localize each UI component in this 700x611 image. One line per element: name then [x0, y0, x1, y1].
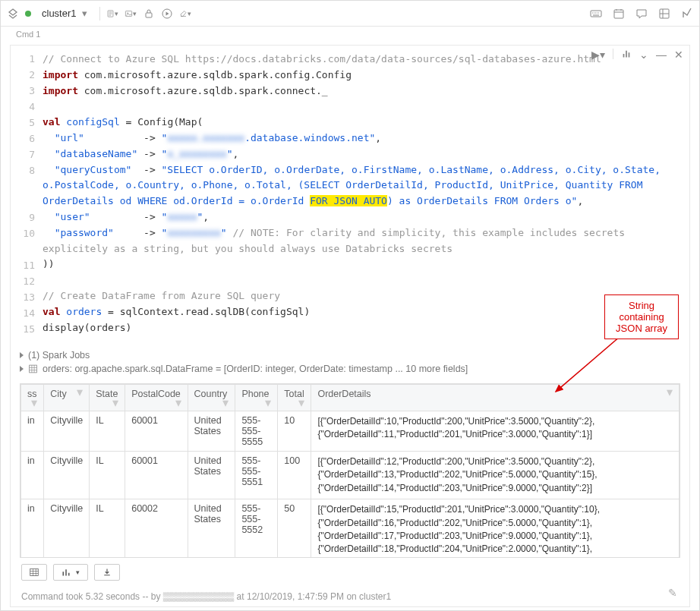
minimize-icon[interactable]: — — [656, 49, 667, 61]
cell-OrderDetails: [{"OrderDetailId":12,"ProductId":200,"Un… — [311, 452, 680, 499]
svg-rect-3 — [146, 13, 152, 17]
table-body: inCityvilleIL60001United States555-555-5… — [21, 411, 680, 559]
cell-City: Cityville — [44, 499, 90, 558]
cell-ss: in — [21, 411, 44, 452]
results-table-wrap[interactable]: ss▾City▾State▾PostalCode▾Country▾Phone▾T… — [20, 383, 680, 558]
col-Phone[interactable]: Phone▾ — [235, 385, 278, 411]
cell-City: Cityville — [44, 452, 90, 499]
clear-icon[interactable]: ▾ — [179, 8, 191, 20]
result-toolbar: ▾ — [11, 558, 689, 587]
cell-OrderDetails: [{"OrderDetailId":10,"ProductId":200,"Un… — [311, 411, 680, 452]
svg-rect-6 — [614, 10, 623, 18]
annotation-callout: StringcontainingJSON array — [604, 294, 679, 339]
table-row: inCityvilleIL60002United States555-555-5… — [21, 499, 680, 558]
attached-icon[interactable] — [7, 8, 19, 20]
table-row: inCityvilleIL60001United States555-555-5… — [21, 452, 680, 499]
cell-Country: United States — [188, 452, 235, 499]
grid-icon — [28, 364, 38, 374]
status-dot-green-icon — [25, 11, 31, 17]
cell-ss: in — [21, 499, 44, 558]
image-icon[interactable]: ▾ — [125, 8, 137, 20]
mlflow-icon[interactable] — [681, 8, 693, 20]
table-header-row: ss▾City▾State▾PostalCode▾Country▾Phone▾T… — [21, 385, 680, 411]
edit-icon[interactable]: ✎ — [668, 587, 677, 599]
cluster-selector[interactable]: cluster1 ▾ — [37, 6, 93, 21]
cell-PostalCode: 60001 — [125, 452, 188, 499]
close-icon[interactable]: ✕ — [674, 49, 683, 61]
file-icon[interactable]: ▾ — [106, 8, 118, 20]
callout-text: StringcontainingJSON array — [616, 300, 667, 334]
results-table: ss▾City▾State▾PostalCode▾Country▾Phone▾T… — [20, 384, 680, 558]
schedule-icon[interactable] — [613, 8, 625, 20]
lock-icon[interactable] — [143, 8, 155, 20]
cell-State: IL — [90, 411, 125, 452]
run-cell-icon[interactable]: ▶▾ — [591, 49, 605, 61]
chart-view-button[interactable]: ▾ — [53, 564, 88, 581]
code-cell: ▶▾ ⌄ — ✕ 123456789101112131415 // Connec… — [10, 45, 690, 607]
col-Total[interactable]: Total▾ — [278, 385, 311, 411]
col-State[interactable]: State▾ — [90, 385, 125, 411]
expand-icon — [20, 352, 24, 358]
command-label: Cmd 1 — [1, 27, 699, 42]
schema-toggle[interactable]: orders: org.apache.spark.sql.DataFrame =… — [20, 362, 680, 376]
col-ss[interactable]: ss▾ — [21, 385, 44, 411]
cell-Phone: 555-555-5555 — [235, 411, 278, 452]
revision-icon[interactable] — [658, 8, 670, 20]
cell-Total: 100 — [278, 452, 311, 499]
col-City[interactable]: City▾ — [44, 385, 90, 411]
code-content: // Connect to Azure SQL https://docs.dat… — [43, 52, 683, 338]
results-area: (1) Spark Jobs orders: org.apache.spark.… — [11, 344, 689, 380]
run-all-icon[interactable] — [161, 8, 173, 20]
svg-rect-5 — [591, 11, 601, 17]
separator — [613, 49, 613, 59]
cell-State: IL — [90, 452, 125, 499]
cell-toolbar: ▶▾ ⌄ — ✕ — [591, 49, 683, 61]
table-view-button[interactable] — [21, 564, 47, 581]
expand-icon — [20, 366, 24, 372]
comments-icon[interactable] — [635, 8, 648, 20]
col-Country[interactable]: Country▾ — [188, 385, 235, 411]
spark-jobs-toggle[interactable]: (1) Spark Jobs — [20, 348, 680, 362]
cell-ss: in — [21, 452, 44, 499]
keyboard-icon[interactable] — [590, 8, 602, 20]
topbar-right — [590, 8, 693, 20]
table-row: inCityvilleIL60001United States555-555-5… — [21, 411, 680, 452]
chevron-down-icon: ▾ — [81, 8, 89, 20]
cell-OrderDetails: [{"OrderDetailId":15,"ProductId":201,"Un… — [311, 499, 680, 558]
cell-PostalCode: 60002 — [125, 499, 188, 558]
cell-Total: 50 — [278, 499, 311, 558]
collapse-icon[interactable]: ⌄ — [639, 49, 648, 61]
cell-Total: 10 — [278, 411, 311, 452]
cell-PostalCode: 60001 — [125, 411, 188, 452]
cell-City: Cityville — [44, 411, 90, 452]
svg-rect-8 — [30, 365, 37, 373]
chart-icon[interactable] — [621, 49, 632, 61]
col-OrderDetails[interactable]: OrderDetails▾ — [311, 385, 680, 411]
code-editor[interactable]: 123456789101112131415 // Connect to Azur… — [11, 46, 689, 344]
separator — [99, 7, 100, 20]
topbar: cluster1 ▾ ▾ ▾ ▾ — [1, 1, 699, 27]
cell-State: IL — [90, 499, 125, 558]
download-button[interactable] — [94, 564, 120, 581]
cell-Phone: 555-555-5552 — [235, 499, 278, 558]
svg-rect-9 — [30, 569, 39, 576]
cell-Country: United States — [188, 411, 235, 452]
line-gutter: 123456789101112131415 — [11, 52, 43, 338]
spark-jobs-label: (1) Spark Jobs — [28, 350, 90, 361]
topbar-left: cluster1 ▾ ▾ ▾ ▾ — [7, 6, 191, 21]
cell-Country: United States — [188, 499, 235, 558]
command-status: Command took 5.32 seconds -- by ▒▒▒▒▒▒▒▒… — [11, 587, 689, 606]
schema-label: orders: org.apache.spark.sql.DataFrame =… — [43, 364, 468, 374]
cell-Phone: 555-555-5551 — [235, 452, 278, 499]
cluster-name: cluster1 — [42, 8, 77, 19]
col-PostalCode[interactable]: PostalCode▾ — [125, 385, 188, 411]
